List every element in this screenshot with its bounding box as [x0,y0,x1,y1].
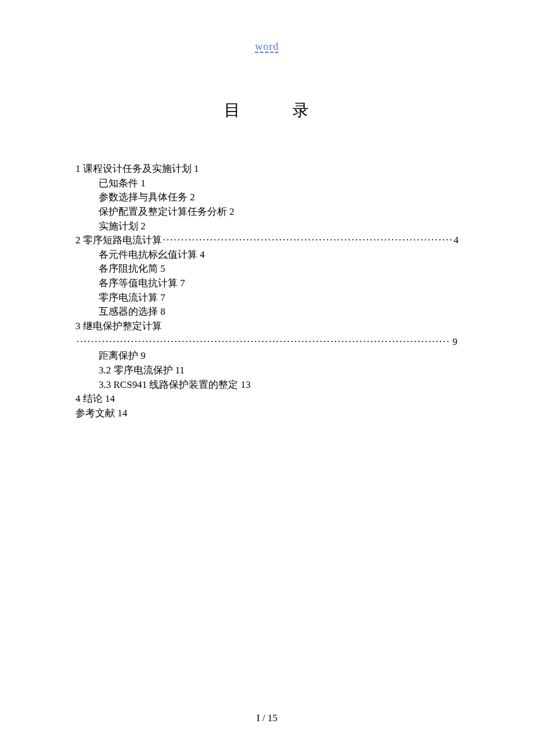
toc-item: 保护配置及整定计算任务分析 2 [75,205,459,219]
toc-section-1: 1 课程设计任务及实施计划 1 [75,162,459,177]
toc-section-2: 2 零序短路电流计算 ·····························… [75,233,459,248]
toc-leader-dots: ········································… [162,233,454,248]
toc-item: 已知条件 1 [75,177,459,191]
table-of-contents: 1 课程设计任务及实施计划 1 已知条件 1 参数选择与具体任务 2 保护配置及… [75,162,459,421]
toc-section-2-page: 4 [454,233,459,248]
toc-item: 各序阻抗化简 5 [75,262,459,276]
toc-section-3-page: 9 [453,335,459,350]
page-footer: I / 15 [0,712,534,724]
document-page: word 目 录 1 课程设计任务及实施计划 1 已知条件 1 参数选择与具体任… [0,0,534,756]
toc-item: 参数选择与具体任务 2 [75,190,459,205]
toc-leader-dots: ········································… [75,335,453,350]
toc-item: 距离保护 9 [75,349,459,363]
toc-item: 3.2 零序电流保护 11 [75,363,459,378]
toc-item: 3.3 RCS941 线路保护装置的整定 13 [75,378,459,393]
toc-section-2-label: 2 零序短路电流计算 [75,233,162,248]
toc-section-3-dots: ········································… [75,335,459,350]
title-char-mu: 目 [224,99,241,121]
header-word-link[interactable]: word [75,41,459,53]
toc-title: 目 录 [75,99,459,121]
toc-item: 各序等值电抗计算 7 [75,276,459,291]
toc-references: 参考文献 14 [75,406,459,421]
toc-section-4: 4 结论 14 [75,392,459,406]
title-char-lu: 录 [293,99,310,121]
toc-item: 实施计划 2 [75,219,459,234]
toc-section-3: 3 继电保护整定计算 [75,319,459,334]
toc-item: 互感器的选择 8 [75,305,459,319]
toc-item: 零序电流计算 7 [75,291,459,305]
toc-item: 各元件电抗标幺值计算 4 [75,248,459,262]
